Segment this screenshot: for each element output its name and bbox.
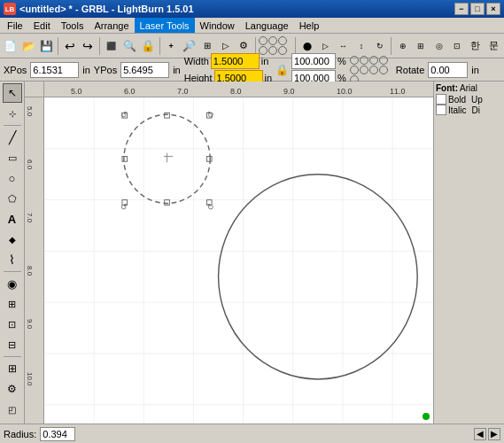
close-button[interactable]: × — [486, 3, 500, 15]
scroll-right-button[interactable]: ▶ — [488, 428, 500, 440]
r-circle-5[interactable] — [350, 66, 359, 74]
menu-window[interactable]: Window — [195, 18, 240, 33]
up-label: Up — [471, 95, 483, 105]
ruler-h-tick-8: 8.0 — [230, 87, 242, 96]
select-tool-button[interactable]: ↖ — [3, 83, 22, 103]
lt-sep2 — [4, 271, 21, 272]
save-button[interactable]: 💾 — [38, 36, 55, 56]
canvas-area[interactable]: 5.0 6.0 7.0 8.0 9.0 10.0 11.0 12.0 5.0 6… — [25, 82, 433, 424]
ruler-v-tick-7: 7.0 — [26, 213, 34, 222]
grid-snap[interactable]: ⊞ — [413, 36, 430, 56]
width-input[interactable] — [211, 53, 260, 69]
status-bar: Radius: ◀ ▶ — [0, 424, 504, 443]
redo-button[interactable]: ↪ — [80, 36, 97, 56]
extra3[interactable]: 한 — [467, 36, 484, 56]
circle-6[interactable] — [278, 46, 287, 55]
circle-array-button[interactable]: ◉ — [3, 274, 22, 293]
rotate-handle-bl[interactable]: ↺ — [120, 202, 128, 212]
left-toolbar: ↖ ⊹ ╱ ▭ ○ ⬠ A ◆ ⌇ ◉ ⊞ ⊡ ⊟ ⊞ ⚙ ◰ — [0, 82, 25, 424]
status-indicator — [423, 413, 430, 420]
r-circle-3[interactable] — [369, 56, 378, 65]
extra2[interactable]: ⊡ — [449, 36, 466, 56]
lock-button[interactable]: 🔒 — [139, 36, 156, 56]
right-panel: Font: Arial Bold Up Italic Di — [433, 82, 504, 424]
boolean-button[interactable]: ⊟ — [3, 335, 22, 354]
menu-edit[interactable]: Edit — [28, 18, 56, 33]
cut-tool-button[interactable]: ◰ — [3, 400, 22, 419]
width-percent-input[interactable] — [291, 53, 336, 69]
bold-checkbox[interactable] — [436, 94, 446, 105]
menu-arrange[interactable]: Arrange — [89, 18, 134, 33]
xpos-unit: in — [82, 65, 90, 75]
open-button[interactable]: 📂 — [19, 36, 36, 56]
width-unit: in — [261, 56, 269, 66]
ruler-h-tick-11: 11.0 — [390, 87, 406, 96]
menu-laser-tools[interactable]: Laser Tools — [135, 18, 195, 33]
group-button[interactable]: + — [162, 36, 179, 56]
menu-file[interactable]: File — [2, 18, 28, 33]
radius-input[interactable] — [40, 427, 75, 441]
menu-bar: File Edit Tools Arrange Laser Tools Wind… — [0, 18, 504, 34]
window-controls[interactable]: − □ × — [454, 3, 500, 15]
xpos-input[interactable] — [30, 62, 79, 78]
menu-help[interactable]: Help — [294, 18, 325, 33]
menu-tools[interactable]: Tools — [56, 18, 89, 33]
width-label: Width — [184, 56, 209, 66]
grid-tool-button[interactable]: ⊞ — [3, 359, 22, 378]
minimize-button[interactable]: − — [454, 3, 469, 15]
canvas-svg: ↺ ↻ ↺ ↻ — [44, 97, 433, 424]
circle-1[interactable] — [259, 36, 268, 45]
circle-3[interactable] — [278, 36, 287, 45]
edit-nodes-button[interactable]: ⊹ — [3, 104, 22, 123]
rotate-circles — [350, 56, 392, 84]
circle-2[interactable] — [268, 36, 277, 45]
rotate-handle-tl[interactable]: ↺ — [120, 110, 128, 120]
ellipse-tool-button[interactable]: ○ — [3, 168, 22, 188]
di-label: Di — [472, 105, 480, 115]
zoom-fit-button[interactable]: ⬛ — [103, 36, 120, 56]
italic-checkbox[interactable] — [436, 105, 446, 115]
offset-button[interactable]: ⊡ — [3, 315, 22, 334]
r-circle-6[interactable] — [360, 66, 368, 74]
array-button[interactable]: ⊞ — [3, 294, 22, 314]
flip-v[interactable]: ↕ — [353, 36, 369, 56]
scroll-left-button[interactable]: ◀ — [474, 428, 486, 440]
sep3 — [159, 37, 160, 55]
rotate-input[interactable] — [428, 62, 468, 78]
line-tool-button[interactable]: ╱ — [3, 128, 22, 147]
settings-tool-button[interactable]: ⚙ — [3, 379, 22, 399]
text-tool-button[interactable]: A — [3, 209, 22, 229]
ruler-h-tick-5: 5.0 — [71, 87, 82, 96]
r-circle-8[interactable] — [379, 66, 388, 74]
radius-label: Radius: — [4, 429, 36, 439]
undo-button[interactable]: ↩ — [61, 36, 78, 56]
rotate-handle-br[interactable]: ↻ — [207, 202, 214, 212]
extra4[interactable]: 문 — [485, 36, 501, 56]
zoom-in-button[interactable]: 🔍 — [121, 36, 138, 56]
maximize-button[interactable]: □ — [470, 3, 485, 15]
polygon-tool-button[interactable]: ⬠ — [3, 189, 22, 208]
lt-sep1 — [4, 125, 21, 126]
r-circle-1[interactable] — [350, 56, 359, 65]
extra1[interactable]: ◎ — [430, 36, 447, 56]
rect-tool-button[interactable]: ▭ — [3, 148, 22, 167]
rotate-cw[interactable]: ↻ — [371, 36, 388, 56]
snap-button[interactable]: ⊕ — [394, 36, 411, 56]
marker-tool-button[interactable]: ◆ — [3, 229, 22, 249]
ypos-input[interactable] — [120, 62, 169, 78]
r-circle-4[interactable] — [379, 56, 388, 65]
italic-label: Italic — [448, 105, 467, 115]
r-circle-7[interactable] — [369, 66, 378, 74]
trace-tool-button[interactable]: ⌇ — [3, 250, 22, 269]
r-circle-2[interactable] — [360, 56, 368, 65]
ruler-v-tick-10: 10.0 — [26, 372, 34, 386]
sep5 — [295, 37, 296, 55]
lock-aspect-icon[interactable]: 🔒 — [275, 62, 288, 78]
new-button[interactable]: 📄 — [2, 36, 19, 56]
menu-language[interactable]: Language — [240, 18, 294, 33]
ruler-h-tick-6: 6.0 — [124, 87, 136, 96]
rotate-handle-tr[interactable]: ↻ — [207, 110, 214, 120]
ruler-h-tick-9: 9.0 — [283, 87, 295, 96]
ruler-v-tick-5: 5.0 — [26, 106, 34, 116]
ruler-corner — [25, 82, 44, 97]
